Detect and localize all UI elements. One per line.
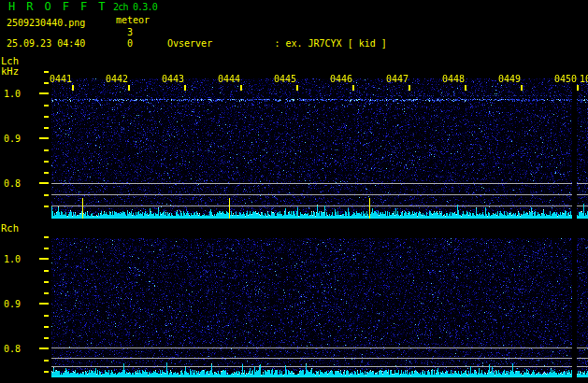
time-label: 0443 — [162, 74, 184, 84]
time-tick — [296, 85, 298, 91]
hrofft-screen: H R O F F T 2ch 0.3.0 2509230440.png met… — [0, 0, 588, 383]
freq-tick-minor — [44, 194, 49, 196]
freq-tick-label: 0.8 — [4, 344, 21, 354]
freq-tick-label: 0.9 — [4, 299, 21, 309]
time-label: 0450 — [554, 74, 577, 84]
freq-tick-major — [39, 137, 49, 139]
freq-tick-label: 1.0 — [4, 254, 21, 264]
freq-tick-major — [39, 303, 49, 305]
time-tick — [240, 85, 242, 91]
time-label: 0447 — [386, 74, 409, 84]
freq-tick-label: 0.9 — [4, 134, 21, 144]
time-tick — [72, 85, 74, 91]
time-label: 0446 — [330, 74, 352, 84]
time-label: 0444 — [218, 74, 240, 84]
freq-tick-minor — [44, 71, 49, 73]
time-label: 0442 — [106, 74, 128, 84]
freq-tick-label: 1.0 — [4, 89, 21, 99]
lch-spectrogram — [51, 78, 588, 219]
freq-tick-minor — [44, 236, 49, 238]
rch-axis-label: Rch — [1, 223, 19, 234]
meteor-count-lch: 3 — [127, 27, 133, 37]
freq-tick-major — [39, 348, 49, 349]
observer-line: Ovserver : ex. JR7CYX [ kid ] — [167, 37, 588, 50]
time-label-clipped: 10 — [580, 74, 588, 84]
freq-tick-minor — [44, 360, 49, 362]
freq-tick-minor — [44, 270, 49, 272]
time-tick — [465, 85, 466, 91]
freq-tick-minor — [44, 161, 49, 163]
observation-datetime: 25.09.23 04:40 — [7, 38, 85, 49]
freq-tick-minor — [44, 206, 49, 207]
freq-tick-minor — [44, 149, 49, 151]
freq-tick-label: 0.8 — [4, 178, 21, 189]
freq-tick-minor — [44, 172, 49, 174]
output-filename: 2509230440.png — [7, 18, 85, 28]
freq-tick-minor — [44, 105, 49, 106]
time-label: 0445 — [274, 74, 296, 84]
freq-tick-minor — [44, 337, 49, 339]
time-tick — [352, 85, 354, 91]
time-label: 0449 — [498, 74, 521, 84]
time-label: 0441 — [50, 74, 72, 84]
meteor-count-rch: 0 — [127, 38, 133, 49]
time-tick — [409, 85, 410, 91]
app-title: H R O F F T — [8, 1, 108, 13]
freq-tick-minor — [44, 326, 49, 328]
freq-tick-major — [39, 92, 49, 94]
app-version: 2ch 0.3.0 — [113, 2, 157, 13]
freq-tick-minor — [44, 248, 49, 249]
time-tick — [577, 85, 579, 91]
freq-tick-minor — [44, 127, 49, 129]
freq-tick-major — [39, 182, 49, 184]
rch-spectrogram — [51, 238, 588, 377]
time-tick — [128, 85, 130, 91]
freq-tick-minor — [44, 116, 49, 118]
freq-tick-minor — [44, 82, 49, 84]
time-label: 0448 — [442, 74, 465, 84]
time-tick — [521, 85, 523, 91]
freq-tick-minor — [44, 292, 49, 294]
time-tick — [184, 85, 186, 91]
freq-tick-minor — [44, 371, 49, 373]
freq-tick-major — [39, 258, 49, 260]
lch-axis-unit: kHz — [1, 66, 19, 77]
freq-tick-minor — [44, 315, 49, 317]
mode-label: meteor — [116, 15, 150, 25]
freq-tick-minor — [44, 281, 49, 283]
